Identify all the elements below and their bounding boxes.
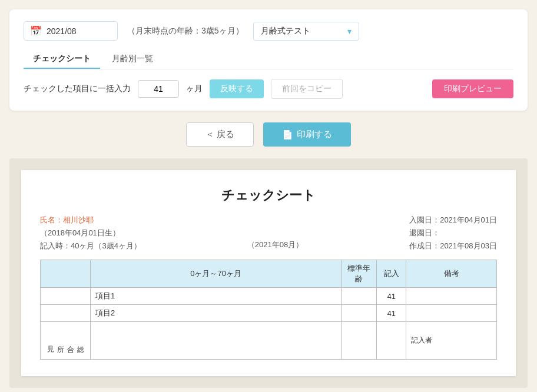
- col-header-standard: 標準年齢: [342, 260, 377, 288]
- col-header-range: 0ヶ月～70ヶ月: [91, 260, 342, 288]
- writer-label: 記入者: [406, 322, 497, 360]
- date-value: 2021/08: [47, 26, 77, 36]
- print-button[interactable]: 📄 印刷する: [263, 122, 351, 147]
- back-label: ＜ 戻る: [205, 129, 234, 140]
- col-header-empty: [41, 260, 91, 288]
- table-row: 項目1 41: [41, 288, 497, 305]
- note-2: [406, 305, 497, 322]
- sheet-title: チェックシート: [40, 187, 497, 204]
- checklist-table: 0ヶ月～70ヶ月 標準年齢 記入 備考 項目1 41 項目2: [40, 260, 497, 360]
- document-icon: 📄: [282, 129, 293, 140]
- tab-checklist[interactable]: チェックシート: [24, 50, 100, 69]
- apply-button[interactable]: 反映する: [210, 79, 264, 98]
- tab-monthly[interactable]: 月齢別一覧: [102, 50, 163, 69]
- action-bar: ＜ 戻る 📄 印刷する: [9, 122, 528, 147]
- col-header-note: 備考: [406, 260, 497, 288]
- bulk-input-label: チェックした項目に一括入力: [24, 84, 131, 94]
- document-sheet: チェックシート 氏名：相川沙耶 （2018年04月01日生） 記入時：40ヶ月（…: [21, 170, 516, 376]
- entry-2: 41: [377, 305, 406, 322]
- header-center: （2021年08月）: [247, 214, 303, 253]
- dropdown-value: 月齢式テスト: [261, 26, 310, 36]
- chevron-down-icon: ▾: [347, 26, 352, 36]
- summary-row: 総合所見 記入者: [41, 322, 497, 360]
- created-date: 作成日：2021年08月03日: [409, 240, 497, 253]
- sheet-header: 氏名：相川沙耶 （2018年04月01日生） 記入時：40ヶ月（3歳4ヶ月） （…: [40, 214, 497, 253]
- document-area: チェックシート 氏名：相川沙耶 （2018年04月01日生） 記入時：40ヶ月（…: [9, 158, 528, 388]
- bulk-input-row: チェックした項目に一括入力 ヶ月 反映する 前回をコピー 印刷プレビュー: [24, 79, 513, 99]
- back-button[interactable]: ＜ 戻る: [186, 122, 254, 147]
- header-left: 氏名：相川沙耶 （2018年04月01日生） 記入時：40ヶ月（3歳4ヶ月）: [40, 214, 141, 253]
- item-1: 項目1: [91, 288, 342, 305]
- record-age: 記入時：40ヶ月（3歳4ヶ月）: [40, 240, 141, 253]
- patient-name: 氏名：相川沙耶: [40, 214, 141, 227]
- top-row: 📅 2021/08 （月末時点の年齢：3歳5ヶ月） 月齢式テスト ▾: [24, 21, 513, 41]
- summary-label: 総合所見: [41, 322, 91, 360]
- header-right: 入園日：2021年04月01日 退園日： 作成日：2021年08月03日: [409, 214, 497, 253]
- age-label: （月末時点の年齢：3歳5ヶ月）: [127, 26, 244, 36]
- top-panel: 📅 2021/08 （月末時点の年齢：3歳5ヶ月） 月齢式テスト ▾ チェックシ…: [9, 9, 528, 111]
- note-1: [406, 288, 497, 305]
- summary-entry: [377, 322, 406, 360]
- patient-birth: （2018年04月01日生）: [40, 227, 141, 240]
- table-header-row: 0ヶ月～70ヶ月 標準年齢 記入 備考: [41, 260, 497, 288]
- summary-content: [91, 322, 342, 360]
- month-suffix-label: ヶ月: [186, 84, 203, 94]
- entry-1: 41: [377, 288, 406, 305]
- standard-2: [342, 305, 377, 322]
- print-preview-button[interactable]: 印刷プレビュー: [432, 79, 513, 98]
- month-input[interactable]: [138, 80, 179, 98]
- tabs-row: チェックシート 月齢別一覧: [24, 50, 513, 69]
- col-header-entry: 記入: [377, 260, 406, 288]
- enrolled-date: 入園日：2021年04月01日: [409, 214, 497, 227]
- row-index-2: [41, 305, 91, 322]
- table-row: 項目2 41: [41, 305, 497, 322]
- item-2: 項目2: [91, 305, 342, 322]
- date-input[interactable]: 📅 2021/08: [24, 21, 118, 41]
- calendar-icon: 📅: [30, 25, 42, 36]
- test-type-dropdown[interactable]: 月齢式テスト ▾: [253, 22, 359, 41]
- summary-standard: [342, 322, 377, 360]
- row-index-1: [41, 288, 91, 305]
- standard-1: [342, 288, 377, 305]
- print-label: 印刷する: [297, 129, 332, 140]
- copy-previous-button[interactable]: 前回をコピー: [271, 79, 343, 99]
- left-date: 退園日：: [409, 227, 497, 240]
